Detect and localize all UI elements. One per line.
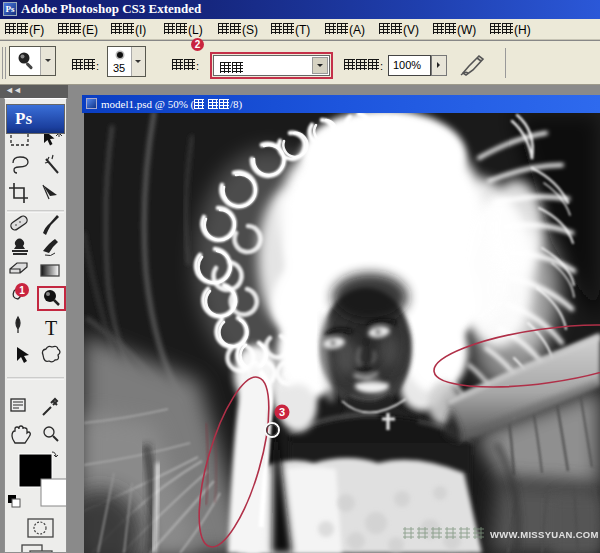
svg-text:3: 3 (279, 406, 285, 418)
svg-text:T: T (45, 317, 57, 339)
svg-text:1: 1 (19, 285, 25, 296)
svg-text:WWW.MISSYUAN.COM: WWW.MISSYUAN.COM (490, 529, 599, 540)
